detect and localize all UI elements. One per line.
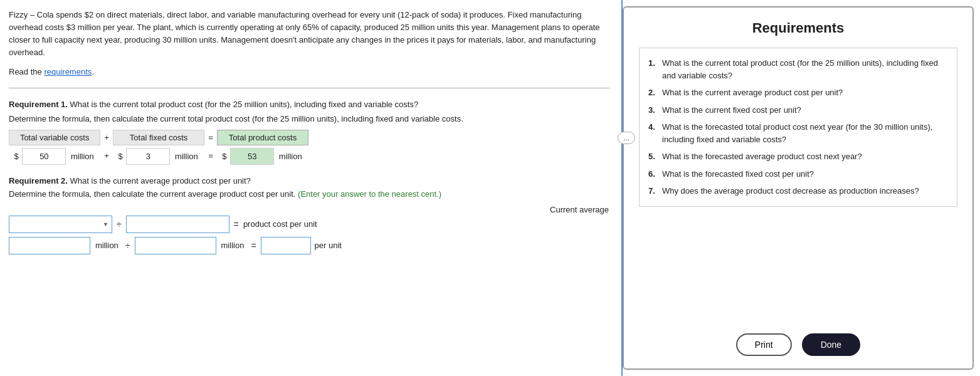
req2-val2[interactable] bbox=[135, 237, 216, 254]
requirements-title: Requirements bbox=[639, 20, 957, 36]
formula-unit2: million bbox=[172, 149, 201, 164]
product-cost-per-unit-label: product cost per unit bbox=[243, 219, 317, 229]
requirements-panel: Requirements 1. What is the current tota… bbox=[623, 6, 974, 370]
req2-op2: ÷ bbox=[124, 241, 132, 251]
req2-formula-row2: million ÷ million = per unit bbox=[9, 237, 610, 254]
formula-dollar2: $ bbox=[117, 149, 124, 164]
current-avg-row: Current average bbox=[9, 205, 610, 214]
req-num-5: 5. bbox=[648, 150, 658, 163]
done-button[interactable]: Done bbox=[802, 333, 860, 356]
formula-table: Total variable costs + Total fixed costs… bbox=[9, 130, 308, 167]
formula-unit3: million bbox=[277, 149, 305, 164]
req-num-1: 1. bbox=[648, 57, 658, 81]
formula-dollar1: $ bbox=[13, 149, 20, 164]
req2-result[interactable] bbox=[261, 237, 311, 254]
formula-col3-label: Total product costs bbox=[217, 130, 308, 145]
current-avg-label: Current average bbox=[550, 205, 609, 214]
toggle-button[interactable]: ... bbox=[618, 132, 635, 144]
req1-heading: Requirement 1. What is the current total… bbox=[9, 100, 610, 109]
divider bbox=[9, 88, 610, 88]
formula-unit1: million bbox=[68, 149, 97, 164]
req-text-2: What is the current average product cost… bbox=[662, 86, 843, 99]
formula-op2: + bbox=[100, 145, 113, 167]
req2-dropdown[interactable] bbox=[9, 216, 112, 233]
req-text-6: What is the forecasted fixed cost per un… bbox=[662, 168, 814, 180]
formula-val1: 50 bbox=[22, 148, 66, 165]
print-button[interactable]: Print bbox=[736, 333, 792, 356]
bottom-buttons: Print Done bbox=[639, 318, 957, 356]
req2-eq2: = bbox=[249, 241, 258, 251]
req2-subtext: Determine the formula, then calculate th… bbox=[9, 189, 610, 199]
req2-val1[interactable] bbox=[9, 237, 90, 254]
req2-op1: ÷ bbox=[115, 219, 124, 229]
list-item: 6. What is the forecasted fixed cost per… bbox=[648, 168, 948, 180]
list-item: 5. What is the forecasted average produc… bbox=[648, 150, 948, 163]
list-item: 7. Why does the average product cost dec… bbox=[648, 185, 948, 197]
req2-eq1: = bbox=[232, 219, 241, 229]
list-item: 2. What is the current average product c… bbox=[648, 86, 948, 99]
req2-input1[interactable] bbox=[126, 216, 229, 233]
req2-unit3: per unit bbox=[315, 241, 342, 250]
req-num-7: 7. bbox=[648, 185, 658, 197]
formula-val2: 3 bbox=[126, 148, 170, 165]
formula-op1: + bbox=[100, 130, 113, 145]
req1-subtext: Determine the formula, then calculate th… bbox=[9, 114, 610, 123]
req-num-4: 4. bbox=[648, 121, 658, 145]
formula-eq: = bbox=[204, 130, 218, 145]
dropdown-wrapper bbox=[9, 216, 112, 233]
req-num-2: 2. bbox=[648, 86, 658, 99]
req-text-1: What is the current total product cost (… bbox=[662, 57, 948, 81]
requirements-list: 1. What is the current total product cos… bbox=[639, 48, 957, 207]
requirements-link[interactable]: requirements bbox=[44, 67, 92, 76]
intro-text: Fizzy – Cola spends $2 on direct materia… bbox=[9, 9, 610, 60]
formula-eq2: = bbox=[204, 145, 218, 167]
req-text-7: Why does the average product cost decrea… bbox=[662, 185, 919, 197]
list-item: 1. What is the current total product cos… bbox=[648, 57, 948, 81]
formula-col1-label: Total variable costs bbox=[9, 130, 100, 145]
req2-unit2: million bbox=[219, 238, 247, 253]
read-requirements: Read the requirements. bbox=[9, 67, 610, 76]
req-num-3: 3. bbox=[648, 104, 658, 117]
req2-unit1: million bbox=[93, 238, 121, 253]
list-item: 4. What is the forecasted total product … bbox=[648, 121, 948, 145]
req2-heading: Requirement 2. What is the current avera… bbox=[9, 176, 610, 185]
req2-hint: (Enter your answer to the nearest cent.) bbox=[298, 189, 441, 199]
list-item: 3. What is the current fixed cost per un… bbox=[648, 104, 948, 117]
req-text-3: What is the current fixed cost per unit? bbox=[662, 104, 801, 117]
req-text-5: What is the forecasted average product c… bbox=[662, 150, 862, 163]
formula-col2-label: Total fixed costs bbox=[113, 130, 204, 145]
req2-formula-row1: ÷ = product cost per unit bbox=[9, 216, 610, 233]
formula-dollar3: $ bbox=[221, 149, 228, 164]
req-num-6: 6. bbox=[648, 168, 658, 180]
formula-val3: 53 bbox=[230, 148, 274, 165]
req-text-4: What is the forecasted total product cos… bbox=[662, 121, 948, 145]
